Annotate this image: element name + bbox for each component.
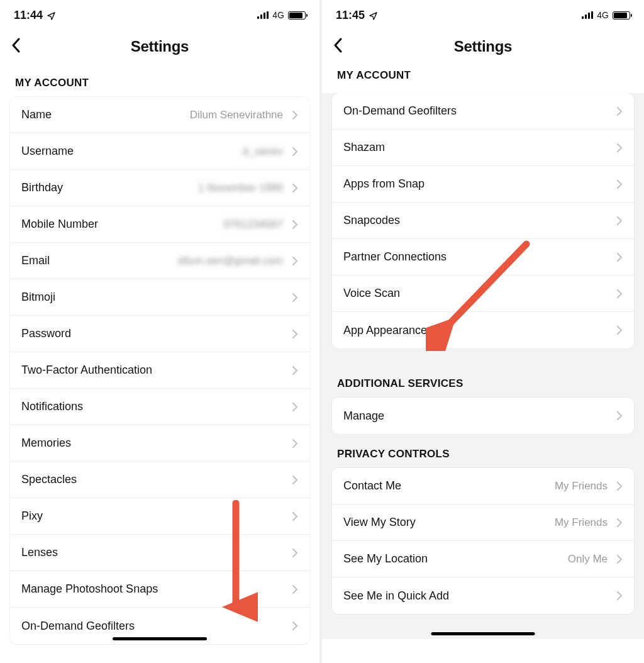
chevron-right-icon — [616, 411, 623, 421]
list-item[interactable]: Spectacles — [10, 462, 309, 498]
list-item-label: App Appearance — [343, 324, 427, 337]
chevron-right-icon — [292, 475, 298, 485]
screen-right: 11:45 4G Settings MY ACCOUNT On-Demand G… — [322, 0, 644, 663]
list-item-label: Manage Photoshoot Snaps — [21, 582, 158, 596]
list-item[interactable]: Pixy — [10, 498, 309, 535]
chevron-right-icon — [616, 179, 623, 189]
chevron-right-icon — [616, 518, 623, 528]
status-bar: 11:45 4G — [322, 0, 644, 30]
status-time: 11:44 — [14, 9, 43, 22]
list-item-label: Notifications — [21, 400, 83, 413]
chevron-right-icon — [292, 621, 298, 631]
settings-list-privacy: Contact MeMy FriendsView My StoryMy Frie… — [332, 468, 634, 614]
list-item-label: Username — [21, 145, 74, 158]
settings-list-additional: Manage — [332, 398, 634, 434]
list-item-label: Contact Me — [343, 479, 401, 493]
list-item-value: 0761234567 — [223, 218, 283, 231]
list-item[interactable]: Birthday1 November 1990 — [10, 170, 309, 206]
list-item[interactable]: On-Demand Geofilters — [332, 93, 634, 130]
list-item-value: Dilum Senevirathne — [190, 109, 283, 121]
list-item-label: Shazam — [343, 141, 385, 154]
list-item-label: Spectacles — [21, 473, 77, 486]
list-item[interactable]: Usernamed_senev — [10, 133, 309, 170]
list-item[interactable]: Password — [10, 316, 309, 352]
chevron-right-icon — [616, 252, 623, 262]
list-item[interactable]: Manage Photoshoot Snaps — [10, 571, 309, 608]
location-icon — [47, 11, 56, 20]
signal-icon — [582, 11, 593, 19]
screen-left: 11:44 4G Settings MY ACCOUNT NameDilum S… — [0, 0, 322, 663]
list-item-value: Only Me — [568, 553, 608, 566]
list-item[interactable]: Contact MeMy Friends — [332, 468, 634, 504]
chevron-right-icon — [616, 289, 623, 299]
list-item-label: Voice Scan — [343, 287, 400, 300]
list-item-label: See Me in Quick Add — [343, 589, 449, 603]
status-bar: 11:44 4G — [0, 0, 319, 30]
list-item[interactable]: Notifications — [10, 389, 309, 425]
chevron-right-icon — [616, 554, 623, 564]
signal-icon — [257, 11, 269, 19]
list-item-value: 1 November 1990 — [198, 182, 283, 194]
nav-header: Settings — [0, 30, 319, 63]
list-item[interactable]: NameDilum Senevirathne — [10, 97, 309, 133]
list-item-value: My Friends — [555, 516, 608, 529]
list-item[interactable]: Partner Connections — [332, 239, 634, 276]
list-item-label: Snapcodes — [343, 214, 400, 227]
back-button[interactable] — [333, 38, 343, 55]
chevron-right-icon — [292, 402, 298, 412]
list-item[interactable]: Bitmoji — [10, 279, 309, 316]
list-item-label: Apps from Snap — [343, 177, 425, 191]
battery-icon — [288, 11, 306, 20]
chevron-right-icon — [292, 365, 298, 376]
list-item[interactable]: See Me in Quick Add — [332, 577, 634, 614]
chevron-right-icon — [292, 511, 298, 521]
list-item-label: On-Demand Geofilters — [343, 104, 457, 118]
settings-list: NameDilum SenevirathneUsernamed_senevBir… — [10, 97, 309, 644]
battery-icon — [613, 11, 630, 20]
list-item[interactable]: Memories — [10, 425, 309, 462]
list-item[interactable]: Two-Factor Authentication — [10, 352, 309, 389]
chevron-right-icon — [292, 438, 298, 448]
chevron-right-icon — [292, 110, 298, 120]
list-item-label: Name — [21, 108, 52, 121]
list-item-label: See My Location — [343, 552, 428, 566]
page-title: Settings — [131, 38, 189, 55]
network-label: 4G — [272, 10, 284, 20]
list-item[interactable]: Snapcodes — [332, 203, 634, 239]
list-item[interactable]: View My StoryMy Friends — [332, 504, 634, 541]
chevron-right-icon — [292, 329, 298, 339]
chevron-right-icon — [292, 220, 298, 230]
list-item[interactable]: Apps from Snap — [332, 166, 634, 203]
list-item[interactable]: Mobile Number0761234567 — [10, 206, 309, 243]
nav-header: Settings — [322, 30, 644, 63]
status-time: 11:45 — [336, 9, 365, 22]
list-item-label: Memories — [21, 437, 71, 450]
chevron-right-icon — [292, 548, 298, 558]
list-item[interactable]: Manage — [332, 398, 634, 434]
list-item-label: Two-Factor Authentication — [21, 364, 152, 377]
list-item-label: Birthday — [21, 181, 63, 194]
list-item[interactable]: Emaildilum.sen@gmail.com — [10, 243, 309, 279]
page-title: Settings — [454, 38, 512, 55]
settings-list-account-more: On-Demand GeofiltersShazamApps from Snap… — [332, 93, 634, 348]
list-item[interactable]: Shazam — [332, 130, 634, 166]
list-item[interactable]: App Appearance — [332, 312, 634, 348]
back-button[interactable] — [11, 38, 21, 55]
list-item-value: My Friends — [555, 480, 608, 493]
list-item[interactable]: Voice Scan — [332, 276, 634, 312]
list-item[interactable]: See My LocationOnly Me — [332, 541, 634, 577]
list-item-label: Mobile Number — [21, 218, 98, 231]
chevron-right-icon — [292, 292, 298, 303]
chevron-right-icon — [292, 147, 298, 157]
list-item[interactable]: Lenses — [10, 535, 309, 571]
list-item-label: Email — [21, 254, 50, 267]
list-item-label: Manage — [343, 410, 384, 423]
list-item-label: Bitmoji — [21, 291, 55, 304]
chevron-right-icon — [292, 256, 298, 266]
chevron-right-icon — [292, 584, 298, 594]
list-item-label: Password — [21, 327, 71, 340]
chevron-right-icon — [616, 325, 623, 335]
chevron-right-icon — [616, 591, 623, 601]
list-item-label: On-Demand Geofilters — [21, 620, 135, 633]
network-label: 4G — [597, 10, 609, 20]
